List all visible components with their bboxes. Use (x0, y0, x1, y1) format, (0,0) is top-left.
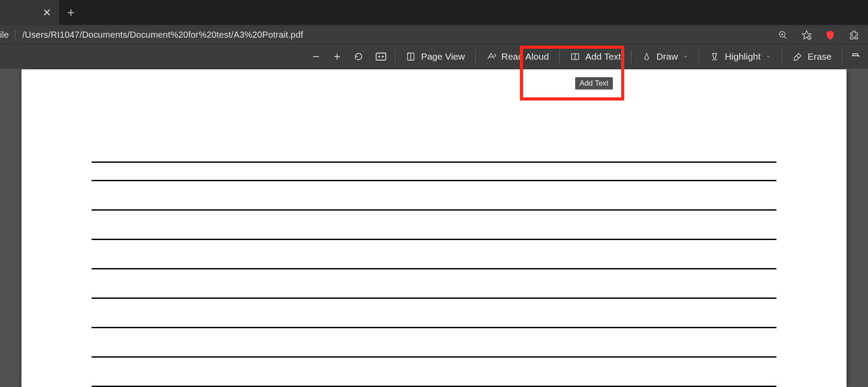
browser-tab[interactable]: ✕ (0, 0, 59, 25)
read-aloud-icon (486, 52, 496, 61)
print-icon (850, 52, 860, 61)
highlight-button[interactable]: Highlight (702, 45, 779, 68)
chevron-down-icon (766, 54, 771, 59)
pdf-viewer[interactable] (0, 68, 868, 387)
svg-point-10 (379, 56, 380, 57)
fit-page-button[interactable] (370, 45, 392, 68)
tracking-shield-icon[interactable] (825, 30, 836, 40)
page-view-label: Page View (421, 51, 465, 62)
url-scheme: ile (0, 30, 15, 40)
address-actions (778, 30, 863, 40)
svg-point-11 (382, 56, 383, 57)
separator (15, 29, 15, 41)
new-tab-button[interactable]: + (67, 5, 75, 20)
document-line (92, 297, 776, 299)
add-text-icon (570, 52, 580, 61)
add-text-button[interactable]: Add Text (562, 45, 629, 68)
favorite-icon[interactable] (801, 30, 812, 40)
document-lines (92, 161, 776, 387)
highlight-label: Highlight (725, 51, 761, 62)
document-line (92, 239, 776, 240)
zoom-icon[interactable] (778, 30, 788, 40)
svg-line-1 (784, 36, 787, 39)
page-view-button[interactable]: Page View (398, 45, 473, 68)
pdf-toolbar: Page View Read Aloud Add Text Draw Highl… (0, 45, 868, 68)
extensions-icon[interactable] (849, 30, 859, 40)
erase-icon (793, 52, 802, 61)
zoom-in-button[interactable] (327, 45, 348, 68)
draw-label: Draw (656, 51, 678, 62)
url-path[interactable]: /Users/RI1047/Documents/Document%20for%2… (22, 30, 778, 40)
browser-tab-bar: ✕ + (0, 0, 868, 25)
document-line (92, 356, 776, 358)
add-text-label: Add Text (585, 51, 621, 62)
read-aloud-button[interactable]: Read Aloud (478, 45, 557, 68)
chevron-down-icon (683, 54, 688, 59)
highlight-icon (710, 52, 719, 61)
separator (842, 50, 843, 63)
document-line (92, 209, 776, 211)
more-toolbar-button[interactable] (845, 45, 865, 68)
zoom-out-button[interactable] (306, 45, 327, 68)
svg-rect-9 (376, 53, 386, 60)
close-tab-icon[interactable]: ✕ (43, 7, 51, 19)
svg-point-5 (808, 36, 811, 39)
separator (475, 50, 476, 63)
document-line (92, 180, 776, 181)
separator (699, 50, 699, 63)
separator (782, 50, 782, 63)
separator (395, 50, 395, 63)
add-text-tooltip: Add Text (575, 77, 613, 90)
separator (559, 50, 560, 63)
svg-line-17 (796, 55, 799, 58)
rotate-button[interactable] (348, 45, 370, 68)
draw-button[interactable]: Draw (634, 45, 696, 68)
draw-icon (642, 52, 651, 61)
erase-label: Erase (808, 51, 832, 62)
read-aloud-label: Read Aloud (501, 51, 549, 62)
document-line (92, 268, 776, 269)
pdf-page (21, 69, 847, 387)
address-bar: ile /Users/RI1047/Documents/Document%20f… (0, 25, 868, 45)
document-line (92, 327, 776, 328)
erase-button[interactable]: Erase (785, 45, 840, 68)
document-line (92, 161, 776, 163)
separator (631, 50, 632, 63)
page-view-icon (406, 52, 416, 61)
